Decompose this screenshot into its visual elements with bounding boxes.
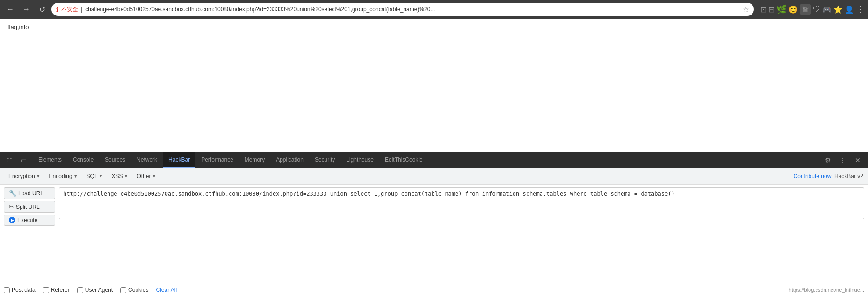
tab-sources[interactable]: Sources (99, 152, 131, 168)
encryption-menu[interactable]: Encryption ▼ (5, 171, 44, 181)
url-text[interactable]: challenge-e4be0d51002570ae.sandbox.ctfhu… (85, 6, 738, 13)
screenshare-icon[interactable]: ⊡ (760, 5, 767, 14)
load-url-icon: 🔧 (9, 190, 16, 197)
ext1-icon[interactable]: 🌿 (776, 4, 787, 15)
user-agent-checkbox[interactable] (77, 287, 83, 293)
ext4-icon[interactable]: 🛡 (813, 5, 820, 14)
cookies-checkbox[interactable] (120, 287, 126, 293)
settings-icon[interactable]: ⚙ (821, 154, 834, 167)
tab-security[interactable]: Security (309, 152, 340, 168)
ext5-icon[interactable]: 🎮 (822, 5, 832, 14)
encoding-menu[interactable]: Encoding ▼ (45, 171, 82, 181)
address-bar: ℹ 不安全 | challenge-e4be0d51002570ae.sandb… (51, 3, 754, 16)
tab-performance[interactable]: Performance (195, 152, 239, 168)
devtools-tab-bar: ⬚ ▭ Elements Console Sources Network Hac… (0, 152, 868, 168)
browser-menu-icon[interactable]: ⋮ (856, 4, 864, 15)
load-url-button[interactable]: 🔧 Load URL (4, 187, 55, 199)
tab-hackbar[interactable]: HackBar (163, 152, 195, 168)
tab-network[interactable]: Network (131, 152, 163, 168)
hackbar-action-buttons: 🔧 Load URL ✂ Split URL ▶ Execute (4, 187, 55, 226)
other-arrow-icon: ▼ (152, 173, 156, 178)
post-data-checkbox[interactable] (4, 287, 10, 293)
tab-console[interactable]: Console (67, 152, 99, 168)
hackbar-url-area: http://challenge-e4be0d51002570ae.sandbo… (59, 187, 864, 221)
encoding-arrow-icon: ▼ (73, 173, 78, 178)
reload-button[interactable]: ↺ (36, 3, 49, 16)
page-content: flag,info (0, 19, 868, 152)
bookmark-icon[interactable]: ☆ (743, 5, 749, 14)
encryption-label: Encryption (8, 173, 35, 179)
split-url-icon: ✂ (9, 203, 14, 210)
clear-all-button[interactable]: Clear All (156, 287, 177, 293)
hackbar-main-row: 🔧 Load URL ✂ Split URL ▶ Execute http://… (4, 187, 864, 284)
load-url-label: Load URL (18, 190, 43, 197)
devtools-close-icon[interactable]: ✕ (851, 154, 864, 167)
tab-editthiscookie[interactable]: EditThisCookie (379, 152, 428, 168)
tab-memory[interactable]: Memory (239, 152, 270, 168)
tab-elements[interactable]: Elements (33, 152, 67, 168)
xss-label: XSS (111, 173, 123, 179)
contribute-link[interactable]: Contribute now! HackBar v2 (794, 173, 863, 179)
devtools-icon-group: ⬚ ▭ (0, 154, 33, 167)
back-button[interactable]: ← (4, 3, 17, 16)
contribute-now-text: Contribute now! (794, 173, 833, 179)
sql-menu[interactable]: SQL ▼ (83, 171, 107, 181)
split-url-button[interactable]: ✂ Split URL (4, 201, 55, 213)
user-agent-checkbox-label[interactable]: User Agent (77, 287, 113, 293)
other-label: Other (137, 173, 151, 179)
post-data-label: Post data (12, 287, 36, 293)
address-separator: | (81, 6, 82, 13)
encryption-arrow-icon: ▼ (36, 173, 41, 178)
security-text: 不安全 (61, 6, 78, 14)
hackbar-version-text: HackBar v2 (834, 173, 863, 179)
profile-icon[interactable]: 👤 (845, 5, 854, 14)
sql-label: SQL (87, 173, 98, 179)
hackbar-body: 🔧 Load URL ✂ Split URL ▶ Execute http://… (0, 185, 868, 296)
sql-arrow-icon: ▼ (99, 173, 103, 178)
encoding-label: Encoding (49, 173, 72, 179)
browser-toolbar: ← → ↺ ℹ 不安全 | challenge-e4be0d51002570ae… (0, 0, 868, 19)
referer-checkbox[interactable] (43, 287, 49, 293)
execute-label: Execute (17, 217, 37, 223)
post-data-checkbox-label[interactable]: Post data (4, 287, 36, 293)
window-icon[interactable]: ⊟ (768, 5, 774, 14)
page-body-text: flag,info (7, 23, 29, 30)
ext2-icon[interactable]: 😊 (788, 5, 798, 14)
device-icon[interactable]: ▭ (17, 154, 30, 167)
security-icon: ℹ (56, 6, 58, 13)
hackbar-toolbar: Encryption ▼ Encoding ▼ SQL ▼ XSS ▼ Othe… (0, 168, 868, 185)
hackbar-url-input[interactable]: http://challenge-e4be0d51002570ae.sandbo… (59, 187, 864, 219)
inspect-icon[interactable]: ⬚ (3, 154, 16, 167)
forward-button[interactable]: → (20, 3, 33, 16)
xss-arrow-icon: ▼ (124, 173, 129, 178)
devtools-panel: ⬚ ▭ Elements Console Sources Network Hac… (0, 152, 868, 296)
devtools-controls: ⚙ ⋮ ✕ (821, 154, 868, 167)
other-menu[interactable]: Other ▼ (133, 171, 160, 181)
execute-button[interactable]: ▶ Execute (4, 215, 55, 226)
cookies-label: Cookies (128, 287, 148, 293)
hackbar-footer: Post data Referer User Agent Cookies Cle… (4, 284, 864, 293)
devtools-more-icon[interactable]: ⋮ (836, 154, 849, 167)
referer-checkbox-label[interactable]: Referer (43, 287, 70, 293)
user-agent-label: User Agent (85, 287, 113, 293)
xss-menu[interactable]: XSS ▼ (108, 171, 132, 181)
referer-label: Referer (51, 287, 70, 293)
execute-play-icon: ▶ (9, 217, 15, 223)
cookies-checkbox-label[interactable]: Cookies (120, 287, 148, 293)
tab-lighthouse[interactable]: Lighthouse (340, 152, 379, 168)
blog-link-text: https://blog.csdn.net/ne_intinue... (789, 287, 864, 293)
tab-application[interactable]: Application (270, 152, 309, 168)
ext3-icon[interactable]: 智 (800, 4, 811, 15)
browser-extensions: ⊡ ⊟ 🌿 😊 智 🛡 🎮 ⭐ 👤 ⋮ (760, 4, 864, 15)
split-url-label: Split URL (16, 204, 40, 210)
ext6-icon[interactable]: ⭐ (833, 5, 843, 14)
